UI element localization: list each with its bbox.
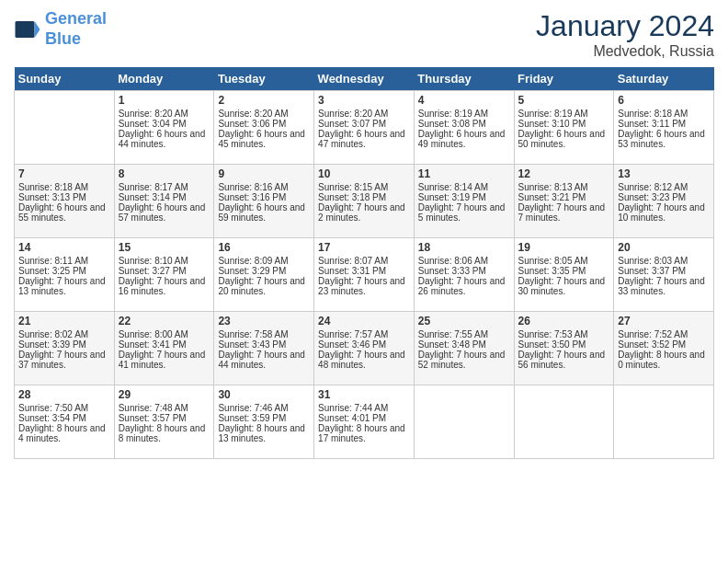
calendar-cell: 8Sunrise: 8:17 AMSunset: 3:14 PMDaylight… — [114, 165, 214, 238]
sunrise-text: Sunrise: 8:19 AM — [418, 109, 488, 119]
calendar-week-row: 7Sunrise: 8:18 AMSunset: 3:13 PMDaylight… — [15, 165, 714, 238]
day-number: 4 — [418, 94, 510, 107]
col-friday: Friday — [514, 67, 614, 91]
daylight-text: Daylight: 6 hours and 45 minutes. — [218, 129, 305, 149]
daylight-text: Daylight: 7 hours and 26 minutes. — [418, 276, 506, 296]
col-sunday: Sunday — [15, 67, 115, 91]
day-number: 28 — [18, 388, 110, 401]
sunset-text: Sunset: 3:10 PM — [518, 119, 586, 129]
daylight-text: Daylight: 7 hours and 44 minutes. — [218, 350, 305, 370]
header-row: Sunday Monday Tuesday Wednesday Thursday… — [15, 67, 714, 91]
sunrise-text: Sunrise: 8:14 AM — [418, 182, 488, 192]
daylight-text: Daylight: 7 hours and 37 minutes. — [18, 350, 106, 370]
daylight-text: Daylight: 7 hours and 2 minutes. — [318, 202, 405, 223]
calendar-cell: 31Sunrise: 7:44 AMSunset: 4:01 PMDayligh… — [314, 385, 415, 459]
sunrise-text: Sunrise: 8:18 AM — [18, 182, 88, 192]
calendar-cell: 19Sunrise: 8:05 AMSunset: 3:35 PMDayligh… — [514, 238, 614, 312]
calendar-cell: 27Sunrise: 7:52 AMSunset: 3:52 PMDayligh… — [614, 312, 714, 385]
sunset-text: Sunset: 3:33 PM — [418, 266, 486, 276]
title-section: January 2024 Medvedok, Russia — [536, 9, 714, 60]
sunset-text: Sunset: 3:39 PM — [18, 339, 86, 350]
day-number: 18 — [418, 241, 510, 254]
sunrise-text: Sunrise: 8:05 AM — [518, 256, 588, 266]
calendar-week-row: 21Sunrise: 8:02 AMSunset: 3:39 PMDayligh… — [15, 312, 714, 385]
calendar-cell: 30Sunrise: 7:46 AMSunset: 3:59 PMDayligh… — [214, 385, 314, 459]
sunset-text: Sunset: 3:18 PM — [318, 192, 386, 202]
calendar-cell: 5Sunrise: 8:19 AMSunset: 3:10 PMDaylight… — [514, 91, 614, 165]
calendar-cell: 22Sunrise: 8:00 AMSunset: 3:41 PMDayligh… — [114, 312, 214, 385]
calendar-container: General Blue January 2024 Medvedok, Russ… — [0, 0, 728, 468]
calendar-cell: 13Sunrise: 8:12 AMSunset: 3:23 PMDayligh… — [614, 165, 714, 238]
daylight-text: Daylight: 8 hours and 13 minutes. — [218, 423, 305, 443]
calendar-cell: 12Sunrise: 8:13 AMSunset: 3:21 PMDayligh… — [514, 165, 614, 238]
daylight-text: Daylight: 6 hours and 50 minutes. — [518, 129, 606, 149]
sunrise-text: Sunrise: 7:50 AM — [18, 403, 88, 413]
daylight-text: Daylight: 6 hours and 49 minutes. — [418, 129, 506, 149]
day-number: 22 — [119, 315, 210, 327]
sunset-text: Sunset: 3:11 PM — [618, 119, 686, 129]
daylight-text: Daylight: 7 hours and 56 minutes. — [518, 350, 606, 370]
calendar-cell: 15Sunrise: 8:10 AMSunset: 3:27 PMDayligh… — [114, 238, 214, 312]
calendar-cell: 25Sunrise: 7:55 AMSunset: 3:48 PMDayligh… — [414, 312, 514, 385]
svg-marker-1 — [35, 21, 40, 38]
day-number: 1 — [119, 94, 210, 107]
location: Medvedok, Russia — [536, 43, 714, 60]
sunset-text: Sunset: 3:50 PM — [518, 339, 586, 350]
calendar-cell — [614, 385, 714, 459]
day-number: 27 — [618, 315, 710, 327]
calendar-cell: 17Sunrise: 8:07 AMSunset: 3:31 PMDayligh… — [314, 238, 415, 312]
sunset-text: Sunset: 3:48 PM — [418, 339, 486, 350]
logo-icon — [14, 16, 41, 43]
sunrise-text: Sunrise: 8:15 AM — [318, 182, 388, 192]
day-number: 20 — [618, 241, 710, 254]
day-number: 26 — [518, 315, 610, 327]
sunrise-text: Sunrise: 8:09 AM — [218, 256, 288, 266]
daylight-text: Daylight: 7 hours and 7 minutes. — [518, 202, 606, 223]
calendar-cell — [414, 385, 514, 459]
sunrise-text: Sunrise: 8:20 AM — [218, 109, 288, 119]
calendar-cell: 16Sunrise: 8:09 AMSunset: 3:29 PMDayligh… — [214, 238, 314, 312]
calendar-cell: 10Sunrise: 8:15 AMSunset: 3:18 PMDayligh… — [314, 165, 415, 238]
calendar-cell: 18Sunrise: 8:06 AMSunset: 3:33 PMDayligh… — [414, 238, 514, 312]
daylight-text: Daylight: 7 hours and 48 minutes. — [318, 350, 405, 370]
sunset-text: Sunset: 3:46 PM — [318, 339, 386, 350]
sunset-text: Sunset: 3:13 PM — [18, 192, 86, 202]
calendar-cell — [15, 91, 115, 165]
sunset-text: Sunset: 3:08 PM — [418, 119, 486, 129]
day-number: 19 — [518, 241, 610, 254]
sunrise-text: Sunrise: 8:12 AM — [618, 182, 688, 192]
day-number: 30 — [218, 388, 310, 401]
sunrise-text: Sunrise: 7:46 AM — [218, 403, 288, 413]
day-number: 10 — [318, 167, 410, 180]
calendar-week-row: 1Sunrise: 8:20 AMSunset: 3:04 PMDaylight… — [15, 91, 714, 165]
daylight-text: Daylight: 7 hours and 33 minutes. — [618, 276, 705, 296]
calendar-cell: 3Sunrise: 8:20 AMSunset: 3:07 PMDaylight… — [314, 91, 415, 165]
calendar-header: General Blue January 2024 Medvedok, Russ… — [14, 9, 714, 60]
sunset-text: Sunset: 3:43 PM — [218, 339, 286, 350]
calendar-cell: 6Sunrise: 8:18 AMSunset: 3:11 PMDaylight… — [614, 91, 714, 165]
day-number: 14 — [18, 241, 110, 254]
col-thursday: Thursday — [414, 67, 514, 91]
calendar-cell: 1Sunrise: 8:20 AMSunset: 3:04 PMDaylight… — [114, 91, 214, 165]
col-saturday: Saturday — [614, 67, 714, 91]
day-number: 5 — [518, 94, 610, 107]
sunset-text: Sunset: 3:04 PM — [119, 119, 187, 129]
day-number: 17 — [318, 241, 410, 254]
sunrise-text: Sunrise: 8:10 AM — [119, 256, 188, 266]
day-number: 12 — [518, 167, 610, 180]
daylight-text: Daylight: 6 hours and 59 minutes. — [218, 202, 305, 223]
calendar-table: Sunday Monday Tuesday Wednesday Thursday… — [14, 67, 714, 459]
calendar-cell: 28Sunrise: 7:50 AMSunset: 3:54 PMDayligh… — [15, 385, 115, 459]
day-number: 15 — [119, 241, 210, 254]
sunset-text: Sunset: 3:14 PM — [119, 192, 187, 202]
sunrise-text: Sunrise: 8:20 AM — [119, 109, 188, 119]
daylight-text: Daylight: 6 hours and 44 minutes. — [119, 129, 206, 149]
logo-text: General Blue — [45, 9, 107, 49]
sunset-text: Sunset: 3:19 PM — [418, 192, 486, 202]
sunset-text: Sunset: 3:35 PM — [518, 266, 586, 276]
sunset-text: Sunset: 3:16 PM — [218, 192, 286, 202]
day-number: 3 — [318, 94, 410, 107]
sunset-text: Sunset: 3:27 PM — [119, 266, 187, 276]
col-tuesday: Tuesday — [214, 67, 314, 91]
sunrise-text: Sunrise: 8:13 AM — [518, 182, 588, 192]
